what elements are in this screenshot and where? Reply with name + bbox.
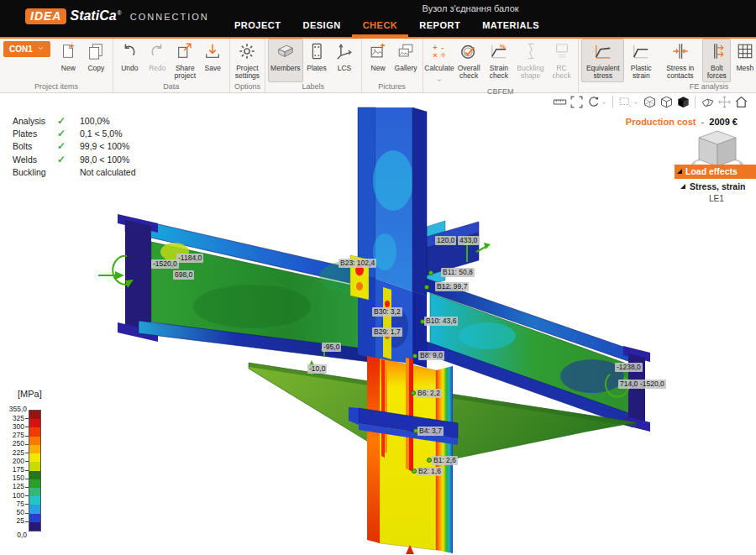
tab-check[interactable]: CHECK [352,15,409,37]
pictures-new-button[interactable]: New [365,39,392,82]
tree-item-load-effects[interactable]: Load effects [675,165,756,179]
stress-in-contacts-icon [671,42,690,64]
legend-band [29,496,40,505]
legend-max-value: 355,0 [0,405,27,413]
calculate-icon: +-×÷ [430,42,449,64]
view-toolbar [551,94,749,109]
fe-analysis-stress-in-contacts-button[interactable]: Stress in contacts [658,39,702,82]
result-label: -10,0 [307,364,327,374]
project-items-copy-button[interactable]: Copy [82,39,110,82]
check-row-welds: Welds✓98,0 < 100% [13,153,136,165]
section-view-icon[interactable] [699,94,716,109]
cube-wireframe-icon[interactable] [641,94,658,109]
ribbon-group-cbfem: +-×÷CalculateOverall check%Strain checkB… [423,39,580,92]
fe-analysis-mesh-button[interactable]: Mesh [731,39,756,82]
result-label: B10: 43,6 [424,317,458,326]
fe-analysis-plastic-strain-button[interactable]: Plastic strain [624,39,658,82]
legend-unit-label: [MPa] [18,389,42,399]
check-row-buckling: BucklingNot calculated [13,166,136,179]
legend-band [29,445,40,453]
overall-check-icon [459,42,478,64]
labels-lcs-button[interactable]: LCS [331,39,359,82]
legend-tick-label: 25 [0,517,24,525]
cbfem-buckling-shape-button: Buckling shape [513,39,548,87]
chevron-down-icon [436,71,443,86]
legend-min-value: 0,0 [0,531,27,539]
result-label: B11: 50,8 [441,268,475,277]
legend-color-bar [29,410,41,531]
check-pass-icon: ✓ [57,154,80,165]
cbfem-calculate-button[interactable]: +-×÷Calculate [426,39,454,87]
svg-text:÷: ÷ [441,51,445,60]
legend-band [29,427,40,436]
legend-tick-mark [25,418,29,419]
data-undo-button[interactable]: Undo [116,39,144,82]
ribbon-group-label: CBFEM [426,87,576,97]
tab-materials[interactable]: MATERIALS [471,15,550,37]
cbfem-strain-check-button[interactable]: %Strain check [485,39,513,87]
check-pass-icon: ✓ [57,140,80,152]
model-viewport[interactable]: -1184,0-1520,0698,0120,0433,0B23: 102,4B… [0,92,756,555]
ribbon-group-options: Project settingsOptions [230,39,265,92]
result-label: B12: 99,7 [435,282,469,291]
result-label: B29: 1,7 [372,327,402,337]
ribbon-group-labels: MembersPlatesLCSLabels [265,39,361,92]
con1-selector[interactable]: CON1 [3,41,50,57]
cube-hidden-lines-icon[interactable] [658,94,675,109]
data-share-project-button[interactable]: Share project [171,39,199,82]
rotate-view-icon[interactable] [585,94,601,109]
selection-icon [617,94,633,109]
tab-design[interactable]: DESIGN [291,15,351,37]
result-label: B23: 102,4 [339,259,376,268]
legend-band [29,411,40,419]
legend-band [29,471,40,479]
svg-text:+: + [433,44,437,52]
tree-item-stress-strain[interactable]: Stress, strain [675,179,756,192]
legend-tick-label: 150 [0,474,24,482]
legend-tick-label: 275 [0,432,24,439]
ribbon-group-label: Options [233,82,262,92]
app-titlebar: IDEA StatiCa ® CONNECTION Вузол з'єднанн… [0,0,756,39]
data-save-button[interactable]: Save [199,39,227,82]
home-icon[interactable] [732,94,749,109]
legend-tick-mark [25,495,29,496]
mesh-icon [736,42,754,64]
result-label: B2: 1,6 [417,467,443,476]
stress-legend: [MPa] 355,0 3253002752502252001751501251… [0,386,77,554]
result-label: B8: 9,0 [418,351,444,360]
labels-plates-button[interactable]: Plates [303,39,331,82]
expand-icon [680,184,685,189]
left-beam [118,214,386,364]
tab-project[interactable]: PROJECT [223,15,291,37]
result-label: B6: 2,2 [416,389,442,398]
pictures-gallery-button[interactable]: Gallery [392,39,420,82]
check-row-analysis: Analysis✓100,0% [13,114,136,127]
tab-report[interactable]: REPORT [408,15,471,37]
options-project-settings-button[interactable]: Project settings [233,39,262,82]
fe-analysis-bolt-forces-button[interactable]: Bolt forces [702,39,731,82]
members-icon [276,42,295,64]
buckling-shape-icon [522,42,540,64]
legend-tick-label: 300 [0,423,24,431]
legend-tick-mark [25,479,29,479]
idea-logo-badge: IDEA [25,8,66,24]
chevron-down-icon[interactable] [633,100,639,107]
legend-band [29,462,40,470]
cbfem-overall-check-button[interactable]: Overall check [454,39,485,87]
legend-tick-mark [25,487,29,488]
legend-tick-label: 100 [0,492,24,500]
chevron-down-icon[interactable] [601,100,607,107]
ribbon-group-label: Project items [3,82,110,92]
legend-tick-label: 125 [0,483,24,490]
result-label: -1184,0 [176,254,203,263]
result-label: -1520,0 [151,259,179,269]
result-label: B30: 3,2 [372,307,402,317]
tree-item-le1[interactable]: LE1 [675,192,756,203]
ribbon-group-label: Data [116,82,227,92]
expand-icon [677,169,682,174]
fe-analysis-equivalent-stress-button[interactable]: Equivalent stress [581,39,624,82]
labels-members-button[interactable]: Members [268,39,302,82]
cube-solid-icon[interactable] [675,94,691,109]
legend-band [29,514,40,522]
project-items-new-button[interactable]: New [55,39,82,82]
